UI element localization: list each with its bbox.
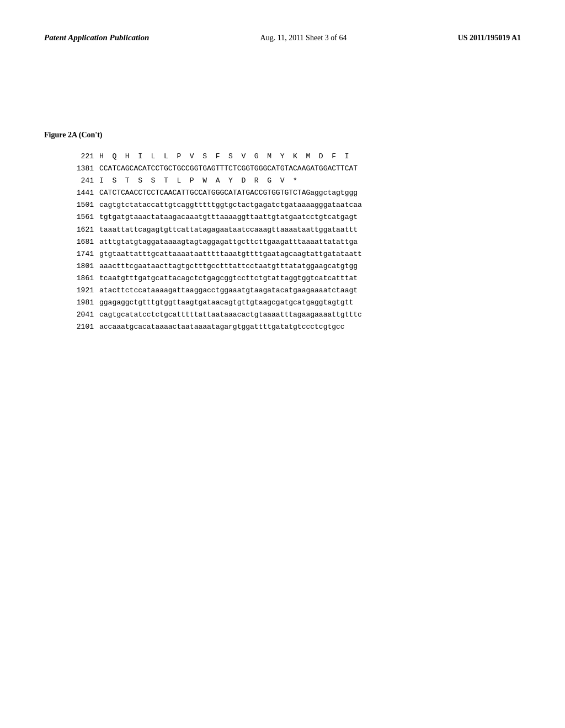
sequence-data: CATCTCAACCTCCTCAACATTGCCATGGGCATATGACCGT…	[99, 187, 358, 199]
sequence-number: 2101	[66, 321, 94, 333]
header-patent-number: US 2011/195019 A1	[458, 34, 521, 42]
sequence-row: 1801aaactttcgaataacttagtgctttgcctttattcc…	[66, 260, 521, 272]
page-header: Patent Application Publication Aug. 11, …	[44, 33, 521, 42]
sequence-data: H Q H I L L P V S F S V G M Y K M D F I	[99, 151, 349, 163]
sequence-data: tcaatgtttgatgcattacagctctgagcggtccttctgt…	[99, 272, 358, 285]
sequence-row: 1921atacttctccataaaagattaaggacctggaaatgt…	[66, 285, 521, 297]
header-publication-title: Patent Application Publication	[44, 33, 149, 42]
sequence-row: 1741gtgtaattatttgcattaaaataatttttaaatgtt…	[66, 248, 521, 260]
sequence-row: 241I S T S S T L P W A Y D R G V *	[66, 175, 521, 187]
page: Patent Application Publication Aug. 11, …	[0, 0, 565, 728]
sequence-number: 1381	[66, 163, 94, 175]
sequence-number: 1501	[66, 199, 94, 211]
sequence-row: 1561tgtgatgtaaactataagacaaatgtttaaaaggtt…	[66, 211, 521, 223]
sequence-data: gtgtaattatttgcattaaaataatttttaaatgttttga…	[99, 248, 362, 260]
sequence-number: 1441	[66, 187, 94, 199]
sequence-data: cagtgtctataccattgtcaggtttttggtgctactgaga…	[99, 199, 362, 211]
sequence-data: atttgtatgtaggataaaagtagtaggagattgcttcttg…	[99, 236, 358, 248]
sequence-data: aaactttcgaataacttagtgctttgcctttattcctaat…	[99, 260, 358, 272]
sequence-data: atacttctccataaaagattaaggacctggaaatgtaaga…	[99, 285, 358, 297]
sequence-number: 1921	[66, 285, 94, 297]
figure-label: Figure 2A (Con't)	[44, 131, 521, 140]
sequence-row: 1621taaattattcagagtgttcattatagagaataatcc…	[66, 224, 521, 236]
sequence-number: 221	[66, 151, 94, 163]
sequence-data: taaattattcagagtgttcattatagagaataatccaaag…	[99, 224, 358, 236]
sequence-data: I S T S S T L P W A Y D R G V *	[99, 175, 297, 187]
sequence-number: 1741	[66, 248, 94, 260]
sequence-row: 221H Q H I L L P V S F S V G M Y K M D F…	[66, 151, 521, 163]
sequence-number: 1561	[66, 211, 94, 223]
sequence-number: 1801	[66, 260, 94, 272]
sequence-data: CCATCAGCACATCCTGCTGCCGGTGAGTTTCTCGGTGGGC…	[99, 163, 358, 175]
sequence-block: 221H Q H I L L P V S F S V G M Y K M D F…	[66, 151, 521, 333]
sequence-number: 1981	[66, 297, 94, 309]
sequence-data: accaaatgcacataaaactaataaaatagargtggatttt…	[99, 321, 345, 333]
sequence-number: 1681	[66, 236, 94, 248]
sequence-number: 1861	[66, 272, 94, 285]
sequence-data: tgtgatgtaaactataagacaaatgtttaaaaggttaatt…	[99, 211, 358, 223]
sequence-number: 1621	[66, 224, 94, 236]
sequence-data: ggagaggctgtttgtggttaagtgataacagtgttgtaag…	[99, 297, 353, 309]
sequence-number: 241	[66, 175, 94, 187]
sequence-row: 1681atttgtatgtaggataaaagtagtaggagattgctt…	[66, 236, 521, 248]
sequence-row: 1501cagtgtctataccattgtcaggtttttggtgctact…	[66, 199, 521, 211]
sequence-row: 1381CCATCAGCACATCCTGCTGCCGGTGAGTTTCTCGGT…	[66, 163, 521, 175]
main-content: Figure 2A (Con't) 221H Q H I L L P V S F…	[44, 131, 521, 333]
sequence-data: cagtgcatatcctctgcatttttattaataaacactgtaa…	[99, 309, 362, 321]
sequence-row: 1441CATCTCAACCTCCTCAACATTGCCATGGGCATATGA…	[66, 187, 521, 199]
sequence-row: 1861tcaatgtttgatgcattacagctctgagcggtcctt…	[66, 272, 521, 285]
sequence-row: 1981ggagaggctgtttgtggttaagtgataacagtgttg…	[66, 297, 521, 309]
sequence-row: 2041cagtgcatatcctctgcatttttattaataaacact…	[66, 309, 521, 321]
header-date-sheet: Aug. 11, 2011 Sheet 3 of 64	[260, 34, 347, 42]
sequence-row: 2101accaaatgcacataaaactaataaaatagargtgga…	[66, 321, 521, 333]
sequence-number: 2041	[66, 309, 94, 321]
